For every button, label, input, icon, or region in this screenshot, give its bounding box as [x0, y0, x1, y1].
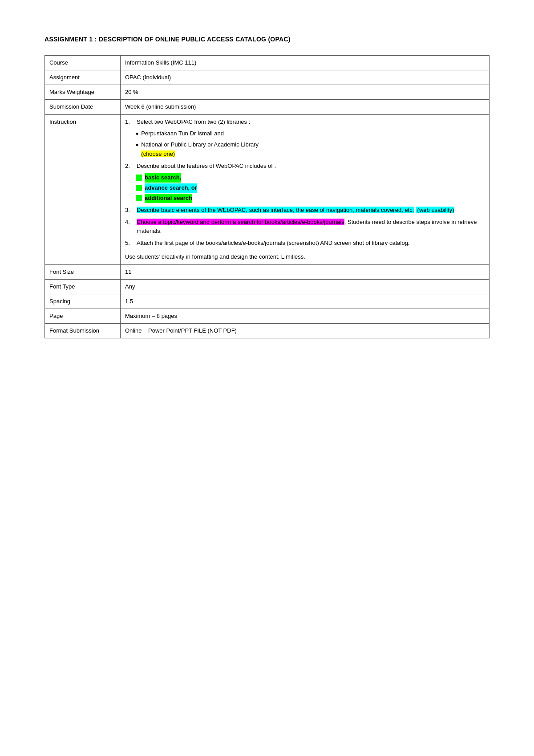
item1-text: Select two WebOPAC from two (2) librarie… — [137, 118, 250, 127]
feature-text-2: advance search, or — [145, 183, 197, 193]
instruction-item-1: 1. Select two WebOPAC from two (2) libra… — [125, 118, 485, 127]
item5-text: Attach the first page of the books/artic… — [137, 239, 409, 248]
feature-item-3: additional search — [136, 194, 485, 203]
value-font-type: Any — [121, 279, 490, 294]
instruction-item-2: 2. Describe about the features of WebOPA… — [125, 162, 485, 171]
bullet2-plain: National or Public Library or Academic L… — [141, 141, 259, 148]
feature-text-1: basic search, — [145, 173, 181, 183]
bullet2-highlight: (choose one) — [141, 150, 175, 157]
label-course: Course — [45, 56, 121, 70]
num-2: 2. — [125, 162, 134, 171]
label-font-type: Font Type — [45, 279, 121, 294]
table-row-marks: Marks Weightage 20 % — [45, 85, 490, 100]
value-font-size: 11 — [121, 264, 490, 279]
bullet-item-1: • Perpustakaan Tun Dr Ismail and — [136, 129, 485, 139]
item4-content: Choose a topic/keyword and perform a sea… — [137, 218, 485, 236]
page-title: ASSIGNMENT 1 : DESCRIPTION OF ONLINE PUB… — [44, 36, 490, 43]
item3-web-usability: (web usability) — [416, 207, 454, 213]
green-bullet-3 — [136, 195, 142, 201]
feature-item-2: advance search, or — [136, 183, 485, 193]
table-row-submission-date: Submission Date Week 6 (online submissio… — [45, 100, 490, 114]
value-format: Online – Power Point/PPT FILE (NOT PDF) — [121, 324, 490, 338]
label-marks: Marks Weightage — [45, 85, 121, 100]
assignment-table: Course Information Skills (IMC 111) Assi… — [44, 55, 490, 338]
value-submission-date: Week 6 (online submission) — [121, 100, 490, 114]
bullet-item-2: • National or Public Library or Academic… — [136, 140, 485, 159]
creativity-text: Use students' creativity in formatting a… — [125, 252, 485, 262]
table-row-page: Page Maximum – 8 pages — [45, 309, 490, 324]
value-instruction: 1. Select two WebOPAC from two (2) libra… — [121, 114, 490, 264]
table-row-format: Format Submission Online – Power Point/P… — [45, 324, 490, 338]
table-row-font-type: Font Type Any — [45, 279, 490, 294]
instruction-item-4: 4. Choose a topic/keyword and perform a … — [125, 218, 485, 236]
num-1: 1. — [125, 118, 134, 127]
table-row-instruction: Instruction 1. Select two WebOPAC from t… — [45, 114, 490, 264]
table-row-course: Course Information Skills (IMC 111) — [45, 56, 490, 70]
feature-item-1: basic search, — [136, 173, 485, 183]
instruction-item-5: 5. Attach the first page of the books/ar… — [125, 239, 485, 248]
num-3: 3. — [125, 206, 134, 215]
feature-text-3: additional search — [145, 194, 192, 203]
value-marks: 20 % — [121, 85, 490, 100]
value-assignment: OPAC (Individual) — [121, 70, 490, 85]
table-row-spacing: Spacing 1.5 — [45, 294, 490, 309]
green-bullet-1 — [136, 175, 142, 181]
instruction-item-3: 3. Describe basic elements of the WEbOPA… — [125, 206, 485, 215]
value-page: Maximum – 8 pages — [121, 309, 490, 324]
item3-highlight-text: Describe basic elements of the WEbOPAC, … — [137, 207, 414, 213]
num-5: 5. — [125, 239, 134, 248]
item2-text: Describe about the features of WebOPAC i… — [137, 162, 276, 171]
table-row-font-size: Font Size 11 — [45, 264, 490, 279]
bullet-text-1: Perpustakaan Tun Dr Ismail and — [141, 129, 224, 138]
label-format: Format Submission — [45, 324, 121, 338]
label-assignment: Assignment — [45, 70, 121, 85]
green-bullet-2 — [136, 185, 142, 191]
num-4: 4. — [125, 218, 134, 227]
label-page: Page — [45, 309, 121, 324]
label-instruction: Instruction — [45, 114, 121, 264]
value-course: Information Skills (IMC 111) — [121, 56, 490, 70]
bullet-dot-1: • — [136, 130, 138, 139]
label-spacing: Spacing — [45, 294, 121, 309]
label-submission-date: Submission Date — [45, 100, 121, 114]
label-font-size: Font Size — [45, 264, 121, 279]
item3-content: Describe basic elements of the WEbOPAC, … — [137, 206, 454, 215]
bullet-text-2: National or Public Library or Academic L… — [141, 140, 260, 159]
item4-highlight: Choose a topic/keyword and perform a sea… — [137, 219, 344, 225]
table-row-assignment: Assignment OPAC (Individual) — [45, 70, 490, 85]
bullet-dot-2: • — [136, 141, 138, 150]
value-spacing: 1.5 — [121, 294, 490, 309]
